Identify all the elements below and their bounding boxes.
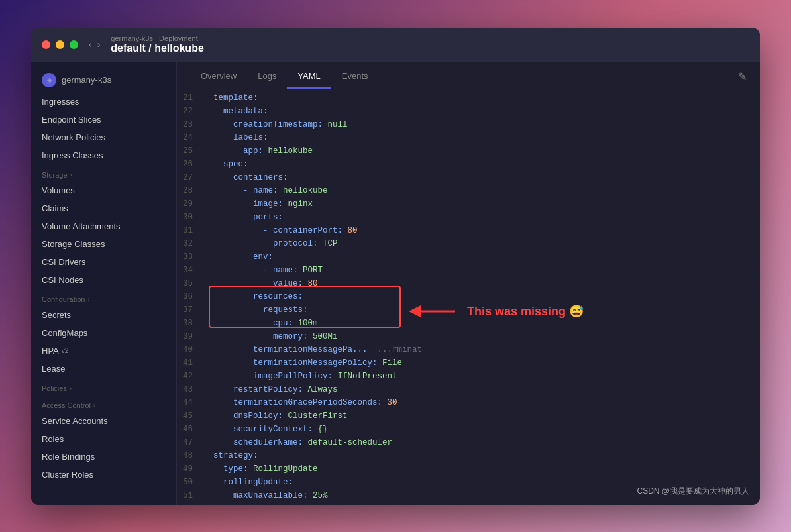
titlebar: ‹ › germany-k3s · Deployment default / h… [31, 28, 760, 62]
sidebar-item-label: Ingress Classes [42, 150, 103, 160]
sidebar-item-label: Roles [42, 434, 64, 444]
sidebar-item-label: Lease [42, 364, 65, 374]
sidebar-item-label: Service Accounts [42, 416, 108, 426]
cluster-selector[interactable]: ⎈ germany-k3s [31, 68, 176, 93]
sidebar-item-label: Volume Attachments [42, 221, 121, 231]
forward-arrow[interactable]: › [97, 39, 101, 50]
sidebar-item-ingress-classes[interactable]: Ingress Classes [31, 146, 176, 164]
cluster-icon: ⎈ [42, 73, 56, 87]
sidebar-item-label: Endpoint Slices [42, 115, 101, 125]
fullscreen-button[interactable] [70, 40, 78, 49]
traffic-lights [42, 40, 78, 49]
code-line-28: 28 - name: hellokube [177, 184, 760, 197]
tab-bar: Overview Logs YAML Events ✎ [177, 62, 760, 91]
annotation-area: This was missing 😅 [402, 297, 584, 326]
minimize-button[interactable] [56, 40, 64, 49]
code-line-33: 33 env: [177, 250, 760, 264]
code-line-41: 41 terminationMessagePolicy: File [177, 356, 760, 370]
sidebar-item-secrets[interactable]: Secrets [31, 306, 176, 324]
storage-expand-icon: › [70, 172, 72, 178]
watermark: CSDN @我是要成为大神的男人 [637, 486, 749, 497]
sidebar-item-ingresses[interactable]: Ingresses [31, 93, 176, 111]
sidebar-item-role-bindings[interactable]: Role Bindings [31, 448, 176, 466]
storage-section-header[interactable]: Storage › [31, 164, 176, 182]
code-line-27: 27 containers: [177, 171, 760, 184]
back-arrow[interactable]: ‹ [89, 39, 92, 50]
sidebar-item-volume-attachments[interactable]: Volume Attachments [31, 217, 176, 235]
code-line-21: 21 template: [177, 91, 760, 105]
sidebar-item-label: Claims [42, 203, 68, 213]
sidebar: ⎈ germany-k3s Ingresses Endpoint Slices … [31, 62, 177, 505]
sidebar-item-endpoint-slices[interactable]: Endpoint Slices [31, 111, 176, 129]
arrow-icon [402, 297, 462, 326]
sidebar-item-label: ConfigMaps [42, 328, 87, 338]
sidebar-item-csi-drivers[interactable]: CSI Drivers [31, 253, 176, 271]
code-line-47: 47 schedulerName: default-scheduler [177, 436, 760, 449]
code-line-31: 31 - containerPort: 80 [177, 224, 760, 237]
policies-section-header[interactable]: Policies › [31, 378, 176, 395]
sidebar-item-claims[interactable]: Claims [31, 199, 176, 217]
tab-events[interactable]: Events [331, 64, 379, 89]
sidebar-item-configmaps[interactable]: ConfigMaps [31, 324, 176, 342]
sidebar-item-hpa[interactable]: HPA v2 [31, 342, 176, 360]
close-button[interactable] [42, 40, 50, 49]
tab-actions: ✎ [738, 70, 747, 83]
sidebar-item-service-accounts[interactable]: Service Accounts [31, 412, 176, 430]
sidebar-item-roles[interactable]: Roles [31, 430, 176, 448]
sidebar-item-label: CSI Nodes [42, 275, 83, 285]
code-line-24: 24 labels: [177, 131, 760, 144]
nav-arrows: ‹ › [89, 39, 100, 50]
sidebar-item-volumes[interactable]: Volumes [31, 182, 176, 199]
sidebar-item-storage-classes[interactable]: Storage Classes [31, 235, 176, 253]
code-line-46: 46 securityContext: {} [177, 423, 760, 436]
tab-yaml[interactable]: YAML [287, 64, 331, 89]
configuration-section-header[interactable]: Configuration › [31, 289, 176, 306]
titlebar-info: germany-k3s · Deployment default / hello… [111, 34, 203, 54]
main-panel: Overview Logs YAML Events ✎ [177, 62, 760, 505]
sidebar-item-label: Secrets [42, 310, 71, 320]
code-line-22: 22 metadata: [177, 105, 760, 118]
code-line-49: 49 type: RollingUpdate [177, 462, 760, 476]
sidebar-item-label: Volumes [42, 186, 75, 195]
tab-overview[interactable]: Overview [190, 64, 247, 89]
code-line-30: 30 ports: [177, 211, 760, 224]
code-line-32: 32 protocol: TCP [177, 237, 760, 250]
code-line-45: 45 dnsPolicy: ClusterFirst [177, 409, 760, 423]
cluster-name: germany-k3s [62, 75, 111, 85]
code-line-44: 44 terminationGracePeriodSeconds: 30 [177, 396, 760, 409]
code-line-39: 39 memory: 500Mi [177, 330, 760, 343]
app-window: ‹ › germany-k3s · Deployment default / h… [31, 28, 760, 505]
code-line-48: 48 strategy: [177, 449, 760, 462]
breadcrumb: germany-k3s · Deployment [111, 34, 203, 42]
sidebar-item-label: CSI Drivers [42, 257, 85, 267]
hpa-badge: v2 [62, 347, 69, 354]
sidebar-item-label: Ingresses [42, 97, 79, 107]
policies-expand-icon: › [70, 385, 72, 392]
code-line-40: 40 terminationMessagePa... ...rminat [177, 343, 760, 356]
sidebar-item-cluster-roles[interactable]: Cluster Roles [31, 466, 176, 484]
code-line-26: 26 spec: [177, 158, 760, 171]
code-area[interactable]: This was missing 😅 21 template: 22 metad… [177, 91, 760, 505]
sidebar-item-label: Cluster Roles [42, 470, 93, 480]
edit-icon[interactable]: ✎ [738, 71, 747, 82]
code-line-35: 35 value: 80 [177, 277, 760, 290]
page-title: default / hellokube [111, 42, 203, 54]
config-expand-icon: › [87, 296, 89, 303]
sidebar-item-lease[interactable]: Lease [31, 360, 176, 378]
sidebar-item-label: Role Bindings [42, 452, 95, 462]
access-control-section-header[interactable]: Access Control › [31, 395, 176, 412]
sidebar-item-csi-nodes[interactable]: CSI Nodes [31, 271, 176, 289]
tab-logs[interactable]: Logs [247, 64, 287, 89]
sidebar-item-label: Storage Classes [42, 239, 105, 249]
sidebar-item-network-policies[interactable]: Network Policies [31, 129, 176, 146]
code-line-29: 29 image: nginx [177, 197, 760, 211]
code-line-34: 34 - name: PORT [177, 264, 760, 277]
code-line-23: 23 creationTimestamp: null [177, 118, 760, 131]
code-line-42: 42 imagePullPolicy: IfNotPresent [177, 370, 760, 383]
sidebar-item-label: Network Policies [42, 133, 105, 142]
annotation-text: This was missing 😅 [467, 305, 584, 318]
code-line-43: 43 restartPolicy: Always [177, 383, 760, 396]
access-control-expand-icon: › [93, 402, 95, 409]
sidebar-item-label: HPA [42, 346, 59, 356]
content-area: ⎈ germany-k3s Ingresses Endpoint Slices … [31, 62, 760, 505]
